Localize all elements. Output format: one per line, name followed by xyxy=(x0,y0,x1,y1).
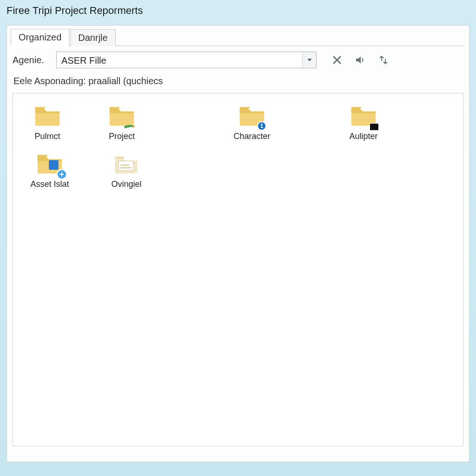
tab-organized[interactable]: Organized xyxy=(11,29,69,46)
tab-danrjle[interactable]: Danrjle xyxy=(70,29,115,46)
tab-strip: Organized Danrjle xyxy=(7,26,469,46)
app-window: Firee Tripi Project Repormerts Organized… xyxy=(0,0,476,476)
folder-label: Asset Islat xyxy=(30,179,69,189)
toolbar-row: Agenie. ASER Fille xyxy=(7,46,469,73)
folder-item[interactable]: Project xyxy=(94,100,150,143)
folder-icon xyxy=(33,150,66,178)
folder-label: Project xyxy=(109,132,135,141)
folder-label: Aulipter xyxy=(349,132,377,141)
folder-item[interactable]: Pulmct xyxy=(20,100,75,143)
folder-icon xyxy=(31,102,64,130)
svg-rect-6 xyxy=(120,167,132,169)
toolbar-label: Agenie. xyxy=(13,55,51,66)
svg-rect-5 xyxy=(120,165,129,166)
window-title: Firee Tripi Project Repormerts xyxy=(0,0,476,20)
folder-item[interactable]: Ovingiel xyxy=(99,148,154,191)
badge-dark-icon xyxy=(370,123,379,131)
transfer-icon[interactable] xyxy=(377,53,390,66)
folder-label: Character xyxy=(233,132,270,141)
pencil-overlay-icon xyxy=(123,125,135,130)
badge-number-icon: 1 xyxy=(257,121,266,131)
agenie-dropdown[interactable]: ASER Fille xyxy=(56,52,317,68)
svg-rect-2 xyxy=(49,160,59,170)
svg-rect-0 xyxy=(124,125,133,128)
dropdown-arrow[interactable] xyxy=(302,52,316,68)
close-icon[interactable] xyxy=(331,53,344,66)
folder-icon: 1 xyxy=(236,102,268,130)
badge-plus-icon xyxy=(57,169,67,179)
folder-icon xyxy=(347,102,380,130)
status-line: Eele Asponading: praaliall (quchiecs xyxy=(7,73,469,91)
folder-grid: Pulmct Projec xyxy=(20,100,456,191)
volume-icon[interactable] xyxy=(354,53,367,66)
folder-icon xyxy=(106,102,138,130)
folder-label: Pulmct xyxy=(34,132,60,141)
folder-item[interactable]: 1 Character xyxy=(224,100,280,143)
folder-label: Ovingiel xyxy=(111,179,141,189)
dropdown-value: ASER Fille xyxy=(57,52,302,68)
folder-icon xyxy=(110,150,143,178)
folder-pane: Pulmct Projec xyxy=(13,93,463,446)
folder-item[interactable]: Asset Islat xyxy=(20,148,80,191)
folder-item[interactable]: Aulipter xyxy=(336,100,391,143)
svg-marker-1 xyxy=(132,125,135,128)
content-frame: Organized Danrjle Agenie. ASER Fille xyxy=(7,25,469,462)
toolbar-icons xyxy=(331,53,390,66)
